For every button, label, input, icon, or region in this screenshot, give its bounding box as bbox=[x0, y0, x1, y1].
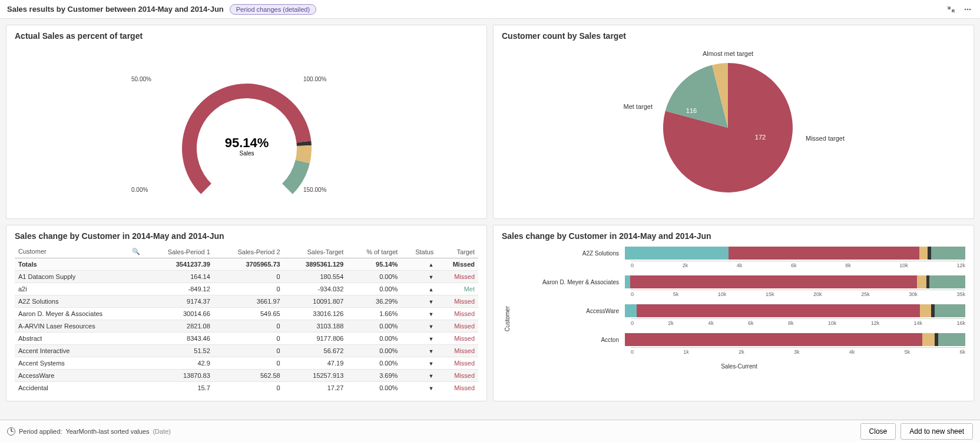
bar-axis: 02k4k6k8k10k12k bbox=[631, 261, 965, 268]
pie-almost-label: Almost met target bbox=[702, 50, 753, 57]
table-row[interactable]: AccessWare13870.83562.5815257.9133.69%Mi… bbox=[15, 370, 478, 382]
bar-category-label: Accton bbox=[513, 337, 625, 343]
bar-tick: 2k bbox=[668, 320, 674, 326]
search-icon[interactable]: 🔍 bbox=[132, 248, 140, 255]
th-customer[interactable]: Customer🔍 bbox=[15, 245, 144, 258]
bar-track bbox=[625, 275, 965, 288]
bar-axis: 02k4k6k8k10k12k14k16k bbox=[631, 318, 965, 326]
bar-chart: Customer A2Z Solutions02k4k6k8k10k12kAar… bbox=[502, 245, 965, 393]
bar-y-axis-label: Customer bbox=[502, 306, 513, 331]
bar-row: AccessWare02k4k6k8k10k12k14k16k bbox=[513, 303, 965, 326]
bar-track bbox=[625, 304, 965, 317]
table-row[interactable]: Abstract8343.4609177.8060.00%Missed bbox=[15, 333, 478, 345]
bar-x-axis-label: Sales-Current bbox=[513, 363, 965, 370]
bar-tick: 0 bbox=[631, 320, 634, 326]
gauge-value: 95.14% bbox=[224, 135, 269, 150]
table-panel[interactable]: Sales change by Customer in 2014-May and… bbox=[6, 225, 487, 401]
table-scroll[interactable]: Customer🔍 Sales-Period 1 Sales-Period 2 … bbox=[15, 245, 478, 393]
triangle-down-icon bbox=[428, 335, 433, 342]
bar-tick: 16k bbox=[956, 320, 965, 326]
bar-category-label: A2Z Solutions bbox=[513, 250, 625, 257]
svg-point-0 bbox=[965, 8, 966, 10]
pie-missed-label: Missed target bbox=[806, 135, 845, 142]
bar-tick: 8k bbox=[788, 320, 794, 326]
table-row[interactable]: Accent Interactive51.52056.6720.00%Misse… bbox=[15, 345, 478, 357]
page-title: Sales results by Customer between 2014-M… bbox=[7, 5, 224, 14]
bar-tick: 20k bbox=[813, 291, 822, 297]
bar-tick: 25k bbox=[861, 291, 870, 297]
triangle-down-icon bbox=[428, 310, 433, 317]
bar-panel[interactable]: Sales change by Customer in 2014-May and… bbox=[493, 225, 974, 401]
table-header-row: Customer🔍 Sales-Period 1 Sales-Period 2 … bbox=[15, 245, 478, 258]
table-row[interactable]: A1 Datacom Supply164.140180.5540.00%Miss… bbox=[15, 271, 478, 283]
gauge-sublabel: Sales bbox=[239, 150, 254, 157]
gauge-panel[interactable]: Actual Sales as percent of target 95.14%… bbox=[6, 25, 487, 219]
pie-met-value: 116 bbox=[686, 107, 696, 114]
footer-actions: Close Add to new sheet bbox=[860, 423, 973, 440]
triangle-down-icon bbox=[428, 372, 433, 379]
header-actions bbox=[946, 4, 973, 15]
triangle-down-icon bbox=[428, 360, 433, 367]
add-to-sheet-button[interactable]: Add to new sheet bbox=[900, 423, 973, 440]
collapse-icon[interactable] bbox=[946, 4, 956, 15]
sales-table: Customer🔍 Sales-Period 1 Sales-Period 2 … bbox=[15, 245, 478, 393]
bar-axis: 01k2k3k4k5k6k bbox=[631, 347, 965, 355]
footer-value: YearMonth-last sorted values bbox=[65, 428, 149, 435]
gauge-title: Actual Sales as percent of target bbox=[15, 31, 478, 41]
pie-met-label: Met target bbox=[623, 103, 653, 110]
gauge-tick-50: 50.00% bbox=[131, 76, 151, 82]
th-target[interactable]: Sales-Target bbox=[284, 245, 347, 258]
bar-category-label: AccessWare bbox=[513, 308, 625, 314]
bar-segment bbox=[938, 333, 965, 346]
bar-row: Accton01k2k3k4k5k6k bbox=[513, 332, 965, 355]
triangle-down-icon bbox=[428, 298, 433, 305]
pie-panel[interactable]: Customer count by Sales target 116 172 A… bbox=[493, 25, 974, 219]
triangle-down-icon bbox=[428, 323, 433, 330]
period-changes-badge[interactable]: Period changes (detailed) bbox=[230, 4, 316, 15]
table-row[interactable]: A2Z Solutions9174.373661.9710091.80736.2… bbox=[15, 295, 478, 308]
bar-track bbox=[625, 333, 965, 346]
bar-segment bbox=[935, 304, 965, 317]
gauge-chart: 95.14% Sales 0.00% 50.00% 100.00% 150.00… bbox=[15, 45, 478, 204]
bar-tick: 0 bbox=[631, 262, 634, 268]
bar-category-label: Aaron D. Meyer & Associates bbox=[513, 279, 625, 285]
bar-tick: 8k bbox=[845, 262, 851, 268]
bar-segment bbox=[920, 304, 931, 317]
gauge-tick-100: 100.00% bbox=[303, 76, 326, 82]
bar-tick: 35k bbox=[956, 291, 965, 297]
bar-tick: 10k bbox=[828, 320, 837, 326]
table-row[interactable]: Aaron D. Meyer & Associates30014.66549.6… bbox=[15, 308, 478, 320]
dashboard-grid: Actual Sales as percent of target 95.14%… bbox=[0, 19, 980, 407]
triangle-down-icon bbox=[428, 347, 433, 354]
bar-tick: 15k bbox=[766, 291, 774, 297]
table-row[interactable]: A-ARVIN Laser Resources2821.0803103.1880… bbox=[15, 320, 478, 333]
bar-segment bbox=[625, 304, 637, 317]
table-row[interactable]: Accidental15.7017.270.00%Missed bbox=[15, 382, 478, 393]
pie-title: Customer count by Sales target bbox=[502, 31, 965, 41]
bar-tick: 12k bbox=[956, 262, 965, 268]
bar-row: A2Z Solutions02k4k6k8k10k12k bbox=[513, 245, 965, 268]
bar-segment bbox=[917, 275, 926, 288]
th-pct[interactable]: % of target bbox=[347, 245, 401, 258]
more-menu-icon[interactable] bbox=[962, 4, 973, 15]
bar-segment bbox=[922, 333, 935, 346]
bar-tick: 10k bbox=[899, 262, 908, 268]
bar-tick: 6k bbox=[791, 262, 797, 268]
bar-tick: 0 bbox=[631, 291, 634, 297]
th-status[interactable]: Status bbox=[401, 245, 437, 258]
th-p1[interactable]: Sales-Period 1 bbox=[144, 245, 214, 258]
bar-tick: 10k bbox=[718, 291, 727, 297]
th-p2[interactable]: Sales-Period 2 bbox=[214, 245, 284, 258]
pie-missed-value: 172 bbox=[754, 134, 765, 141]
close-button[interactable]: Close bbox=[860, 423, 896, 440]
bar-segment bbox=[729, 247, 919, 260]
pie-chart: 116 172 Almost met target Met target Mis… bbox=[502, 45, 965, 198]
bar-tick: 3k bbox=[794, 349, 800, 355]
bar-tick: 6k bbox=[748, 320, 754, 326]
table-row[interactable]: Accent Systems42.9047.190.00%Missed bbox=[15, 357, 478, 370]
footer-period: Period applied: YearMonth-last sorted va… bbox=[7, 427, 171, 436]
bar-tick: 2k bbox=[739, 349, 744, 355]
table-row[interactable]: a2i-849.120-934.0320.00%Met bbox=[15, 283, 478, 295]
triangle-up-icon bbox=[428, 285, 433, 293]
th-tgt[interactable]: Target bbox=[437, 245, 478, 258]
